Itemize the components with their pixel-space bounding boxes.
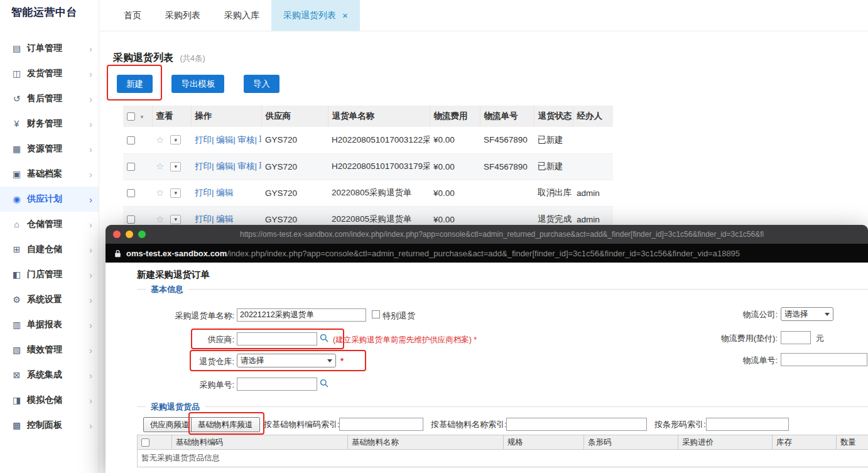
cancel-link[interactable]: 取消: [259, 161, 261, 171]
tab-purchase-return-list[interactable]: 采购退货列表 ×: [271, 0, 360, 31]
return-order-table: ▾ 查看 操作 供应商 退货单名称 物流费用 物流单号 退货状态 经办人 ☆: [123, 106, 613, 233]
star-icon[interactable]: ☆: [156, 187, 164, 198]
print-link[interactable]: 打印: [195, 161, 216, 171]
sidebar-item-archives[interactable]: ▣ 基础档案 ›: [0, 161, 99, 187]
supplier-label: 供应商:: [131, 333, 234, 347]
cell-handler: [573, 127, 613, 153]
chevron-right-icon: ›: [89, 320, 92, 330]
page-title: 采购退货列表: [113, 52, 173, 63]
search-icon[interactable]: [320, 334, 328, 342]
address-bar[interactable]: oms-test.ex-sandbox.com/index.php/index.…: [106, 244, 868, 263]
row-dropdown-button[interactable]: ▾: [170, 135, 181, 144]
audit-link[interactable]: 审核: [238, 161, 259, 171]
sidebar-item-label: 系统集成: [27, 369, 89, 381]
material-channel-button[interactable]: 基础物料库频道: [191, 417, 260, 432]
edit-link[interactable]: 编辑: [216, 135, 237, 144]
edit-link[interactable]: 编辑: [216, 188, 233, 197]
barcode-index-label: 按条形码索引:: [654, 418, 706, 431]
row-dropdown-button[interactable]: ▾: [170, 162, 181, 171]
chevron-right-icon: ›: [89, 68, 92, 79]
window-controls: [113, 231, 146, 238]
chevron-right-icon: ›: [89, 169, 92, 180]
edit-link[interactable]: 编辑: [216, 214, 233, 224]
edit-link[interactable]: 编辑: [216, 161, 237, 171]
tab-bar: 首页 采购列表 采购入库 采购退货列表 ×: [99, 0, 868, 31]
code-index-input[interactable]: [339, 418, 423, 431]
sidebar-item-finance[interactable]: ¥ 财务管理 ›: [0, 111, 99, 136]
special-return-checkbox[interactable]: [372, 310, 380, 318]
print-link[interactable]: 打印: [195, 188, 216, 197]
sidebar-item-shipping[interactable]: ◫ 发货管理 ›: [0, 61, 99, 86]
toolbar: 新建 导出模板 导入: [113, 75, 868, 93]
supplier-input[interactable]: [237, 332, 317, 345]
select-all-checkbox[interactable]: [127, 112, 135, 121]
sidebar-item-self-warehouse[interactable]: ⊞ 自建仓储 ›: [0, 237, 99, 262]
sidebar-item-resources[interactable]: ▦ 资源管理 ›: [0, 136, 99, 161]
tab-home[interactable]: 首页: [112, 0, 153, 31]
tab-purchase-list[interactable]: 采购列表: [153, 0, 212, 31]
cell-status: 取消出库: [534, 180, 573, 206]
sidebar-item-supply-plan[interactable]: ◉ 供应计划 ›: [0, 187, 99, 212]
select-value: 请选择: [784, 309, 808, 320]
app-logo: 智能运营中台: [0, 0, 99, 19]
supplier-channel-button[interactable]: 供应商频道: [143, 417, 197, 432]
import-button[interactable]: 导入: [244, 75, 279, 93]
barcode-index-input[interactable]: [706, 418, 789, 431]
return-warehouse-select[interactable]: 请选择: [237, 354, 336, 367]
cancel-link[interactable]: 取消: [259, 135, 261, 144]
caret-down-icon: ▾: [174, 163, 177, 170]
return-order-name-label: 采购退货单名称:: [131, 309, 234, 323]
header-fee: 物流费用: [430, 106, 480, 127]
return-order-name-input[interactable]: [237, 308, 366, 322]
sidebar-item-performance[interactable]: ▧ 绩效管理 ›: [0, 337, 99, 362]
cell-status: 已新建: [534, 153, 573, 180]
fieldset-divider: [137, 406, 868, 407]
purchase-order-input[interactable]: [237, 378, 317, 391]
row-dropdown-button[interactable]: ▾: [170, 215, 181, 224]
row-checkbox[interactable]: [127, 163, 135, 171]
close-icon[interactable]: ×: [342, 10, 348, 21]
star-icon[interactable]: ☆: [156, 134, 164, 145]
close-window-button[interactable]: [113, 231, 121, 238]
row-checkbox[interactable]: [127, 189, 135, 197]
archives-icon: ▣: [11, 169, 22, 179]
logistics-fee-input[interactable]: [781, 331, 811, 344]
name-index-input[interactable]: [506, 418, 647, 431]
caret-down-icon: ▾: [174, 190, 177, 196]
zoom-window-button[interactable]: [138, 231, 146, 238]
header-ops: 操作: [191, 106, 261, 127]
caret-down-icon: [825, 313, 830, 316]
caret-down-icon: [327, 359, 332, 362]
print-link[interactable]: 打印: [195, 135, 216, 144]
sidebar-item-warehouse[interactable]: ⌂ 仓储管理 ›: [0, 212, 99, 237]
goods-select-all-checkbox[interactable]: [141, 438, 149, 447]
export-template-button[interactable]: 导出模板: [171, 75, 224, 93]
tab-purchase-inbound[interactable]: 采购入库: [212, 0, 271, 31]
sidebar-item-aftersales[interactable]: ↺ 售后管理 ›: [0, 86, 99, 111]
star-icon[interactable]: ☆: [156, 214, 164, 224]
sidebar-item-label: 资源管理: [27, 143, 89, 155]
sidebar-item-stores[interactable]: ◧ 门店管理 ›: [0, 262, 99, 287]
caret-down-icon[interactable]: ▾: [141, 114, 144, 120]
sidebar-item-integration[interactable]: ⊠ 系统集成 ›: [0, 362, 99, 388]
cell-ops: 打印编辑审核取消: [191, 127, 261, 153]
print-link[interactable]: 打印: [195, 214, 216, 224]
sidebar-item-orders[interactable]: ▤ 订单管理 ›: [0, 36, 99, 61]
required-mark: *: [474, 335, 477, 344]
sidebar-item-system-settings[interactable]: ⚙ 系统设置 ›: [0, 287, 99, 312]
sidebar-item-reports[interactable]: ▥ 单据报表 ›: [0, 312, 99, 337]
create-button[interactable]: 新建: [117, 75, 153, 93]
sidebar-item-simulated-warehouse[interactable]: ◨ 模拟仓储 ›: [0, 388, 99, 413]
sidebar-item-control-panel[interactable]: ▩ 控制面板 ›: [0, 413, 99, 438]
row-checkbox[interactable]: [127, 136, 135, 144]
logistics-company-select[interactable]: 请选择: [781, 307, 833, 321]
audit-link[interactable]: 审核: [238, 135, 259, 144]
tracking-number-input[interactable]: [781, 353, 867, 366]
tracking-number-label: 物流单号:: [708, 354, 778, 367]
row-dropdown-button[interactable]: ▾: [170, 188, 181, 198]
star-icon[interactable]: ☆: [156, 161, 164, 171]
cell-tracking: SF4567890: [480, 153, 534, 180]
search-icon[interactable]: [320, 379, 328, 388]
row-checkbox[interactable]: [127, 215, 135, 224]
minimize-window-button[interactable]: [126, 231, 133, 238]
